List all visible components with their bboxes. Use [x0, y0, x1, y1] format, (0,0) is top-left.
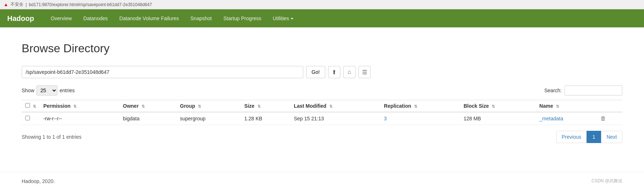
sort-icon-last-modified[interactable]: ⇅ [329, 104, 332, 109]
showing-info: Showing 1 to 1 of 1 entries [22, 134, 82, 140]
sort-icon-block-size[interactable]: ⇅ [492, 104, 495, 109]
navbar-nav: Overview Datanodes Datanode Volume Failu… [45, 10, 299, 27]
footer: Hadoop, 2020. CSDN @武舞说 [0, 172, 644, 187]
path-input[interactable] [22, 66, 303, 78]
directory-table: ⇅ Permission ⇅ Owner ⇅ Group ⇅ Size ⇅ [22, 100, 622, 125]
home-icon: ⌂ [348, 69, 351, 75]
browser-url: bd171:9870/explorer.html#/sp/savepoint-b… [29, 2, 152, 7]
nav-link-utilities[interactable]: Utilities [267, 10, 299, 27]
entries-select[interactable]: 10 25 50 100 [36, 85, 57, 95]
table-header: ⇅ Permission ⇅ Owner ⇅ Group ⇅ Size ⇅ [22, 100, 622, 112]
upload-icon-button[interactable]: ⬆ [328, 66, 340, 78]
nav-item-datanode-volume-failures[interactable]: Datanode Volume Failures [114, 10, 185, 27]
col-actions [597, 100, 622, 112]
cell-name: _metadata [536, 112, 597, 125]
file-name-link[interactable]: _metadata [539, 116, 563, 121]
cell-group: supergroup [177, 112, 241, 125]
browser-bar: ▲ 不安全 | bd171:9870/explorer.html#/sp/sav… [0, 0, 644, 9]
cell-last-modified: Sep 15 21:13 [290, 112, 380, 125]
sort-icon-size[interactable]: ⇅ [257, 104, 261, 109]
list-view-icon: ☰ [362, 69, 367, 76]
list-view-icon-button[interactable]: ☰ [358, 66, 371, 78]
delete-icon[interactable]: 🗑 [600, 115, 606, 121]
row-checkbox[interactable] [25, 116, 30, 120]
page-title: Browse Directory [22, 42, 622, 55]
nav-link-datanodes[interactable]: Datanodes [78, 10, 114, 27]
nav-item-datanodes[interactable]: Datanodes [78, 10, 114, 27]
nav-link-datanode-volume-failures[interactable]: Datanode Volume Failures [114, 10, 185, 27]
table-row: -rw-r--r-- bigdata supergroup 1.28 KB Se… [22, 112, 622, 125]
security-warning-icon: ▲ [4, 2, 8, 7]
nav-item-overview[interactable]: Overview [45, 10, 77, 27]
sort-icon-owner[interactable]: ⇅ [142, 104, 145, 109]
sort-icon-replication[interactable]: ⇅ [414, 104, 417, 109]
col-name: Name ⇅ [536, 100, 597, 112]
pagination: Previous 1 Next [556, 131, 622, 143]
select-all-checkbox[interactable] [25, 103, 30, 108]
search-row: Search: [544, 85, 622, 95]
security-warning-text: 不安全 [10, 1, 23, 8]
main-content: Browse Directory Go! ⬆ ⌂ ☰ Show 10 25 50… [0, 27, 644, 172]
nav-item-startup-progress[interactable]: Startup Progress [218, 10, 267, 27]
cell-replication: 3 [380, 112, 460, 125]
cell-owner: bigdata [119, 112, 177, 125]
go-button[interactable]: Go! [306, 66, 325, 78]
replication-link[interactable]: 3 [384, 116, 387, 121]
col-last-modified: Last Modified ⇅ [290, 100, 380, 112]
sort-icon-name[interactable]: ⇅ [556, 104, 559, 109]
show-row: Show 10 25 50 100 entries Search: [22, 85, 622, 95]
cell-permission: -rw-r--r-- [40, 112, 119, 125]
previous-button[interactable]: Previous [556, 131, 587, 143]
navbar: Hadoop Overview Datanodes Datanode Volum… [0, 9, 644, 27]
col-owner: Owner ⇅ [119, 100, 177, 112]
table-body: -rw-r--r-- bigdata supergroup 1.28 KB Se… [22, 112, 622, 125]
entries-label: entries [60, 88, 75, 93]
sort-icon-permission[interactable]: ⇅ [73, 104, 77, 109]
bottom-row: Showing 1 to 1 of 1 entries Previous 1 N… [22, 131, 622, 143]
nav-link-overview[interactable]: Overview [45, 10, 77, 27]
search-label: Search: [544, 88, 562, 93]
search-input[interactable] [565, 85, 622, 95]
home-icon-button[interactable]: ⌂ [343, 66, 356, 78]
col-block-size: Block Size ⇅ [460, 100, 536, 112]
nav-item-snapshot[interactable]: Snapshot [185, 10, 218, 27]
footer-left: Hadoop, 2020. [22, 178, 55, 184]
cell-size: 1.28 KB [241, 112, 290, 125]
sort-icon-select: ⇅ [33, 104, 36, 109]
footer-right: CSDN @武舞说 [591, 178, 622, 184]
navbar-brand[interactable]: Hadoop [7, 14, 34, 23]
col-replication: Replication ⇅ [380, 100, 460, 112]
upload-icon: ⬆ [332, 69, 336, 76]
cell-delete: 🗑 [597, 112, 622, 125]
path-row: Go! ⬆ ⌂ ☰ [22, 66, 622, 78]
select-all-header: ⇅ [22, 100, 40, 112]
show-row-left: Show 10 25 50 100 entries [22, 85, 75, 95]
col-group: Group ⇅ [177, 100, 241, 112]
dropdown-caret-icon [291, 18, 293, 19]
sort-icon-group[interactable]: ⇅ [198, 104, 201, 109]
show-label: Show [22, 88, 34, 93]
separator: | [26, 2, 27, 7]
current-page[interactable]: 1 [587, 131, 601, 143]
col-permission: Permission ⇅ [40, 100, 119, 112]
nav-item-utilities[interactable]: Utilities [267, 10, 299, 27]
col-size: Size ⇅ [241, 100, 290, 112]
nav-link-startup-progress[interactable]: Startup Progress [218, 10, 267, 27]
nav-link-snapshot[interactable]: Snapshot [185, 10, 218, 27]
cell-block-size: 128 MB [460, 112, 536, 125]
row-checkbox-cell [22, 112, 40, 125]
next-button[interactable]: Next [601, 131, 622, 143]
